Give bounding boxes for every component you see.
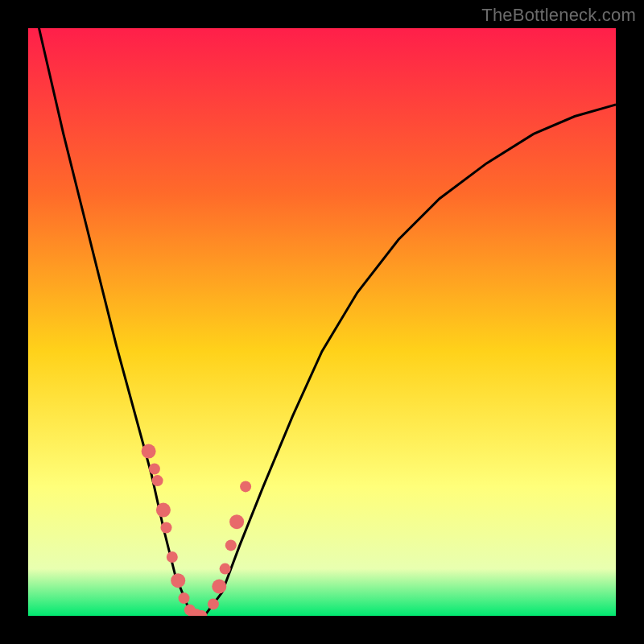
sample-dot — [142, 444, 156, 459]
sample-dot — [225, 539, 237, 551]
sample-dot — [208, 598, 219, 609]
bottleneck-curve — [28, 28, 616, 616]
chart-frame: TheBottleneck.com — [0, 0, 644, 644]
curve-layer — [28, 28, 616, 616]
sample-dot — [152, 475, 163, 486]
plot-area — [28, 28, 616, 616]
watermark-text: TheBottleneck.com — [481, 5, 636, 26]
sample-dot — [149, 464, 160, 475]
sample-dot — [240, 481, 251, 492]
sample-dot — [229, 514, 244, 529]
sample-dot — [220, 564, 231, 575]
sample-dot — [179, 592, 190, 604]
sample-dot — [156, 503, 171, 518]
sample-dot — [167, 551, 178, 563]
sample-dots — [142, 444, 252, 616]
sample-dot — [161, 522, 172, 534]
sample-dot — [212, 580, 226, 594]
sample-dot — [171, 573, 185, 588]
